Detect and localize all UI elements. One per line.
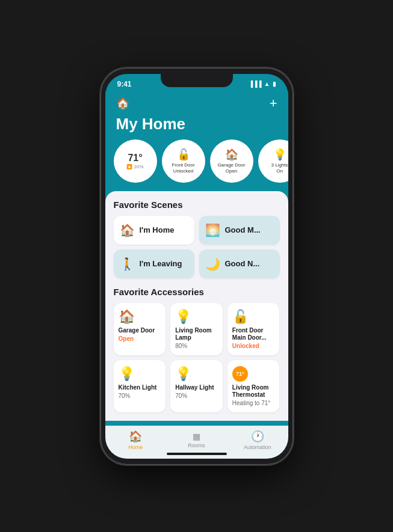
accessories-grid: 🏠 Garage Door Open 💡 Living Room Lamp 80… — [114, 303, 280, 412]
white-section: Favorite Scenes 🏠 I'm Home 🌅 Good M... — [105, 191, 288, 421]
acc-hallway-status: 70% — [175, 393, 218, 399]
lights-icon: 💡 — [273, 148, 286, 161]
acc-door-icon: 🔓 — [232, 309, 275, 325]
acc-front-door[interactable]: 🔓 Front Door Main Door... Unlocked — [227, 303, 280, 355]
screen-content: 🏠 + My Home 71° 🔼 20% 🔓 Front DoorUnlock… — [105, 91, 288, 459]
front-door-icon: 🔓 — [177, 148, 190, 161]
main-scroll[interactable]: 🏠 + My Home 71° 🔼 20% 🔓 Front DoorUnlock… — [105, 91, 288, 426]
status-row: 71° 🔼 20% 🔓 Front DoorUnlocked 🏠 Garage … — [105, 139, 288, 191]
acc-garage-status: Open — [119, 335, 161, 342]
temp-value: 71° — [128, 153, 142, 164]
scenes-grid: 🏠 I'm Home 🌅 Good M... 🚶 I'm Leaving — [114, 216, 280, 278]
scene-good-night[interactable]: 🌙 Good N... — [199, 249, 280, 278]
scene-im-home[interactable]: 🏠 I'm Home — [114, 216, 194, 245]
accessories-section-title: Favorite Accessories — [114, 287, 280, 297]
phone-screen: 9:41 ▐▐▐ ▲ ▮ 🏠 + My Home 71° — [105, 74, 288, 459]
acc-kitchen-light[interactable]: 💡 Kitchen Light 70% — [114, 360, 166, 412]
acc-hallway-name: Hallway Light — [175, 384, 218, 391]
acc-door-status: Unlocked — [232, 343, 275, 349]
garage-door-label: Garage DoorOpen — [217, 162, 245, 174]
header: 🏠 + — [105, 91, 288, 115]
scene-leaving-icon: 🚶 — [120, 257, 135, 271]
notch — [161, 74, 233, 87]
acc-thermostat[interactable]: 71° Living Room Thermostat Heating to 71… — [227, 360, 280, 412]
garage-door-circle[interactable]: 🏠 Garage DoorOpen — [210, 139, 253, 183]
acc-hallway-light[interactable]: 💡 Hallway Light 70% — [170, 360, 223, 412]
tab-rooms-icon: ▦ — [193, 432, 200, 441]
acc-lamp-name: Living Room Lamp — [175, 327, 218, 341]
battery-icon: ▮ — [273, 81, 276, 87]
tab-rooms-label: Rooms — [188, 442, 205, 448]
lights-circle[interactable]: 💡 3 LightsOn — [258, 139, 288, 183]
wifi-icon: ▲ — [264, 81, 270, 87]
acc-door-name: Front Door Main Door... — [232, 327, 275, 341]
acc-lamp-status: 80% — [175, 343, 218, 349]
acc-lamp-icon: 💡 — [175, 309, 218, 325]
acc-garage-name: Garage Door — [119, 327, 161, 334]
acc-kitchen-status: 70% — [119, 393, 161, 399]
front-door-circle[interactable]: 🔓 Front DoorUnlocked — [162, 139, 205, 183]
scene-good-morning[interactable]: 🌅 Good M... — [199, 216, 280, 245]
tab-automation[interactable]: 🕐 Automation — [241, 430, 274, 450]
front-door-label: Front DoorUnlocked — [172, 162, 194, 174]
home-indicator — [167, 453, 227, 455]
thermostat-badge: 71° — [232, 366, 248, 382]
scene-night-label: Good N... — [225, 259, 260, 268]
scene-home-icon: 🏠 — [120, 223, 135, 237]
temp-status-circle[interactable]: 71° 🔼 20% — [114, 139, 157, 183]
acc-thermostat-name: Living Room Thermostat — [232, 384, 275, 399]
scene-im-leaving[interactable]: 🚶 I'm Leaving — [114, 249, 194, 278]
acc-kitchen-icon: 💡 — [119, 366, 161, 382]
status-icons: ▐▐▐ ▲ ▮ — [249, 81, 276, 87]
garage-door-icon: 🏠 — [225, 148, 238, 161]
humidity-value: 🔼 20% — [126, 164, 143, 170]
tab-automation-icon: 🕐 — [251, 430, 264, 443]
scene-home-label: I'm Home — [140, 225, 175, 234]
tab-automation-label: Automation — [244, 444, 271, 450]
lights-label: 3 LightsOn — [271, 162, 288, 174]
scene-leaving-label: I'm Leaving — [140, 259, 182, 268]
acc-hallway-icon: 💡 — [175, 366, 218, 382]
scene-morning-label: Good M... — [225, 225, 261, 234]
phone-frame: 9:41 ▐▐▐ ▲ ▮ 🏠 + My Home 71° — [101, 68, 293, 465]
scene-morning-icon: 🌅 — [205, 223, 220, 237]
signal-icon: ▐▐▐ — [249, 81, 261, 87]
acc-living-lamp[interactable]: 💡 Living Room Lamp 80% — [170, 303, 223, 355]
status-time: 9:41 — [117, 80, 132, 88]
acc-kitchen-name: Kitchen Light — [119, 384, 161, 391]
tab-home-icon: 🏠 — [129, 430, 142, 443]
scene-night-icon: 🌙 — [205, 257, 220, 271]
tab-home[interactable]: 🏠 Home — [119, 430, 152, 450]
page-title: My Home — [105, 115, 288, 139]
tab-rooms[interactable]: ▦ Rooms — [180, 432, 213, 448]
acc-garage-icon: 🏠 — [119, 309, 161, 325]
scenes-section-title: Favorite Scenes — [114, 200, 280, 210]
header-home-icon[interactable]: 🏠 — [116, 97, 129, 110]
add-button[interactable]: + — [270, 96, 277, 111]
acc-garage-door[interactable]: 🏠 Garage Door Open — [114, 303, 166, 355]
acc-thermostat-status: Heating to 71° — [232, 400, 275, 406]
tab-home-label: Home — [128, 444, 143, 450]
